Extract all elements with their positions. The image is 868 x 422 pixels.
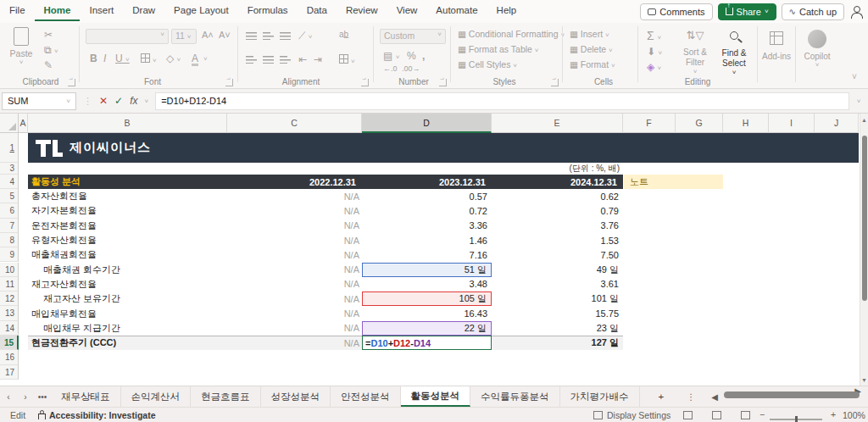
cell-D14[interactable]: 22 일 — [362, 321, 492, 336]
cell-D13[interactable]: 16.43 — [362, 306, 492, 320]
align-right-icon[interactable] — [280, 55, 291, 65]
row-header-1[interactable]: 1 — [0, 133, 19, 163]
cell-D10[interactable]: 51 일 — [362, 263, 492, 277]
row-label-9[interactable]: 매출채권회전율 — [31, 247, 227, 262]
align-middle-icon[interactable] — [263, 31, 274, 42]
cell-C14[interactable]: N/A — [227, 321, 359, 336]
borders-button[interactable]: ˅ — [141, 53, 157, 64]
cancel-icon[interactable]: ✕ — [99, 95, 108, 107]
column-header-D[interactable]: D — [362, 114, 492, 133]
row-header-11[interactable]: 11 — [0, 277, 19, 292]
font-dialog-launcher[interactable] — [225, 79, 233, 86]
ribbon-tab-formulas[interactable]: Formulas — [238, 0, 298, 19]
sheet-tab-가치평가배수[interactable]: 가치평가배수 — [560, 386, 640, 407]
column-header-J[interactable]: J — [815, 114, 859, 133]
row-label-12[interactable]: 재고자산 보유기간 — [43, 292, 227, 306]
vertical-scroll-thumb[interactable] — [862, 136, 867, 301]
cell-E11[interactable]: 3.61 — [492, 277, 619, 292]
cells-insert[interactable]: ▦ Insert ˅ — [570, 30, 609, 39]
sheet-tab-손익계산서[interactable]: 손익계산서 — [121, 386, 192, 407]
cell-D7[interactable]: 3.36 — [362, 219, 492, 233]
ribbon-tab-file[interactable]: File — [0, 0, 35, 19]
increase-indent-icon[interactable]: ⇥ — [314, 54, 322, 64]
ribbon-tab-help[interactable]: Help — [487, 0, 526, 19]
decrease-indent-icon[interactable]: ⇤ — [298, 54, 307, 64]
cell-C12[interactable]: N/A — [227, 292, 359, 306]
increase-decimal-icon[interactable]: ←.0 — [383, 65, 398, 73]
cell-D6[interactable]: 0.72 — [362, 203, 492, 218]
zoom-in-icon[interactable]: + — [831, 409, 836, 419]
fx-icon[interactable]: fx — [130, 95, 137, 107]
alignment-dialog-launcher[interactable] — [361, 79, 369, 86]
row-header-10[interactable]: 10 — [0, 263, 19, 277]
hscroll-left-icon[interactable]: ◀ — [706, 386, 723, 407]
cell-D15-editing[interactable]: =D10+D12-D14 — [362, 336, 492, 350]
horizontal-scroll-thumb[interactable] — [724, 391, 860, 398]
column-header-E[interactable]: E — [492, 114, 623, 133]
styles-format-as-table[interactable]: ▦ Format as Table ˅ — [458, 45, 539, 54]
fill-icon[interactable]: ⬇ ˅ — [647, 47, 662, 57]
clipboard-dialog-launcher[interactable] — [68, 79, 75, 86]
page-break-view-icon[interactable] — [741, 411, 750, 419]
cell-E9[interactable]: 7.50 — [492, 247, 619, 262]
styles-conditional-formatting[interactable]: ▦ Conditional Formatting ˅ — [458, 30, 565, 39]
cell-D12[interactable]: 105 일 — [362, 292, 492, 306]
cells-format[interactable]: ▦ Format ˅ — [570, 60, 615, 69]
grow-font-icon[interactable]: A˄ — [202, 31, 214, 40]
wrap-text-icon[interactable]: ab̲ — [339, 31, 348, 39]
cell-C7[interactable]: N/A — [227, 219, 359, 233]
ribbon-tab-data[interactable]: Data — [298, 0, 337, 19]
scroll-down-icon[interactable]: ▼ — [860, 377, 868, 383]
font-color-button[interactable]: A — [192, 53, 198, 66]
cell-D9[interactable]: 7.16 — [362, 247, 492, 262]
sheet-tab-안전성분석[interactable]: 안전성분석 — [331, 386, 401, 407]
row-label-6[interactable]: 자기자본회전율 — [31, 203, 227, 218]
cell-E5[interactable]: 0.62 — [492, 189, 619, 203]
row-header-6[interactable]: 6 — [0, 203, 19, 218]
sheet-options-icon[interactable]: ⋮ — [682, 386, 699, 407]
column-header-F[interactable]: F — [623, 114, 676, 133]
styles-dialog-launcher[interactable] — [551, 79, 559, 86]
sheet-next-icon[interactable]: › — [17, 386, 34, 407]
paste-button[interactable]: Paste ˅ — [8, 27, 34, 66]
percent-style-icon[interactable]: % — [407, 51, 416, 61]
sheet-tab-활동성분석[interactable]: 활동성분석 — [401, 386, 471, 407]
cell-E6[interactable]: 0.79 — [492, 203, 619, 218]
row-header-8[interactable]: 8 — [0, 233, 19, 247]
select-all-corner[interactable] — [0, 114, 19, 133]
cell-C15[interactable]: N/A — [227, 336, 359, 350]
cell-E15[interactable]: 127 일 — [492, 336, 619, 350]
zoom-slider[interactable] — [770, 419, 822, 420]
page-layout-view-icon[interactable] — [712, 411, 721, 419]
underline-button[interactable]: U ˅ — [115, 53, 130, 64]
autosum-icon[interactable]: Σ ˅ — [647, 30, 661, 42]
fill-color-button[interactable]: ◇ ˅ — [166, 53, 181, 64]
row-header-9[interactable]: 9 — [0, 247, 19, 262]
find-select-button[interactable]: Find & Select˅ — [716, 30, 752, 76]
sheet-tab-성장성분석[interactable]: 성장성분석 — [261, 386, 331, 407]
align-top-icon[interactable] — [246, 31, 257, 42]
row-label-7[interactable]: 운전자본회전율 — [31, 219, 227, 233]
cell-C6[interactable]: N/A — [227, 203, 359, 218]
row-header-16[interactable]: 16 — [0, 350, 19, 364]
sheet-more-icon[interactable]: ••• — [34, 386, 51, 407]
cell-E7[interactable]: 3.76 — [492, 219, 619, 233]
cell-C8[interactable]: N/A — [227, 233, 359, 247]
cell-C13[interactable]: N/A — [227, 306, 359, 320]
sort-filter-button[interactable]: ⇅▽ Sort & Filter˅ — [678, 30, 712, 75]
name-box[interactable]: SUM˅ — [2, 92, 76, 110]
italic-button[interactable]: I — [103, 53, 106, 64]
row-label-13[interactable]: 매입채무회전율 — [31, 306, 227, 320]
column-header-G[interactable]: G — [676, 114, 723, 133]
zoom-slider-thumb[interactable] — [795, 416, 798, 422]
row-label-15[interactable]: 현금전환주기 (CCC) — [31, 336, 227, 350]
align-center-icon[interactable] — [263, 55, 274, 65]
row-label-14[interactable]: 매입채무 지급기간 — [43, 321, 227, 336]
sheet-tab-재무상태표[interactable]: 재무상태표 — [51, 386, 121, 407]
row-header-7[interactable]: 7 — [0, 219, 19, 233]
new-sheet-button[interactable]: + — [640, 386, 683, 407]
row-header-4[interactable]: 4 — [0, 175, 19, 189]
sheet-tab-현금흐름표[interactable]: 현금흐름표 — [191, 386, 261, 407]
merge-center-icon[interactable]: ˅ — [339, 54, 355, 65]
normal-view-icon[interactable] — [683, 411, 693, 419]
